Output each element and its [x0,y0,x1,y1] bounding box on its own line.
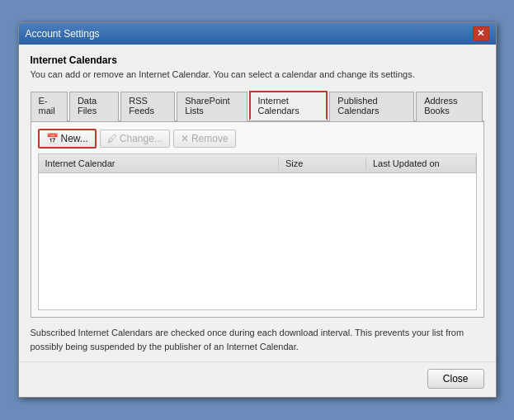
tab-data-files[interactable]: Data Files [69,92,119,121]
section-title: Internet Calendars [31,54,484,66]
toolbar: 📅 New... 🖊 Change... ✕ Remove [38,129,477,149]
change-icon: 🖊 [107,133,117,144]
window-close-button[interactable]: ✕ [473,26,489,41]
internet-calendars-table: Internet Calendar Size Last Updated on [38,153,477,310]
tab-published-calendars[interactable]: Published Calendars [329,92,414,121]
remove-icon: ✕ [181,133,189,144]
new-icon: 📅 [46,133,59,144]
tab-rss-feeds[interactable]: RSS Feeds [120,92,175,121]
title-bar: Account Settings ✕ [19,23,496,45]
tab-bar: E-mail Data Files RSS Feeds SharePoint L… [31,91,484,122]
tab-address-books[interactable]: Address Books [416,92,482,121]
footer-note: Subscribed Internet Calendars are checke… [31,326,484,353]
table-body [39,173,476,307]
table-header: Internet Calendar Size Last Updated on [39,154,476,173]
tab-email[interactable]: E-mail [31,92,68,121]
change-button-label: Change... [120,133,163,144]
dialog-body: Internet Calendars You can add or remove… [19,45,496,361]
dialog-footer: Close [19,361,496,397]
tab-sharepoint-lists[interactable]: SharePoint Lists [177,92,247,121]
change-button[interactable]: 🖊 Change... [100,130,170,148]
new-button[interactable]: 📅 New... [38,129,97,149]
remove-button[interactable]: ✕ Remove [173,130,236,148]
tab-content-internet-calendars: 📅 New... 🖊 Change... ✕ Remove Internet C… [31,122,484,318]
column-header-last-updated: Last Updated on [366,157,476,170]
close-button[interactable]: Close [427,369,484,389]
section-desc: You can add or remove an Internet Calend… [31,68,484,81]
remove-button-label: Remove [191,133,229,144]
window-title: Account Settings [26,28,100,40]
column-header-size: Size [279,157,366,170]
column-header-internet-calendar: Internet Calendar [39,157,280,170]
tab-internet-calendars[interactable]: Internet Calendars [249,91,328,120]
account-settings-dialog: Account Settings ✕ Internet Calendars Yo… [18,22,497,398]
new-button-label: New... [61,133,88,144]
